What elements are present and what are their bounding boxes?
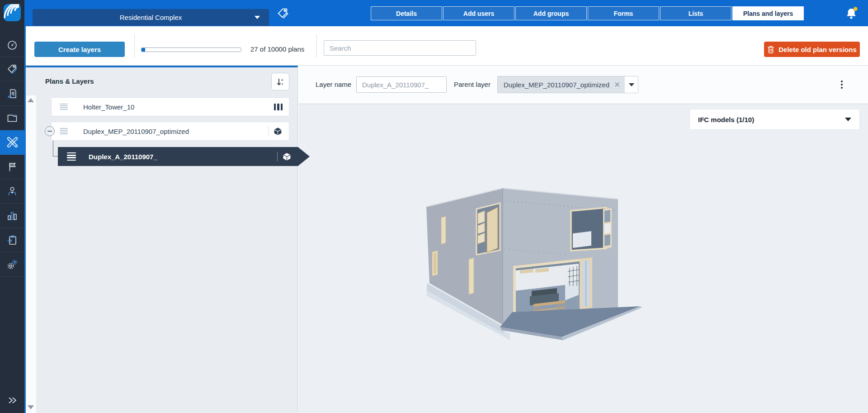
layer-name-label: Layer name: [316, 81, 351, 88]
tab-details[interactable]: Details: [371, 6, 442, 20]
create-layers-button[interactable]: Create layers: [34, 42, 125, 57]
panel-title: Plans & Layers: [45, 77, 94, 85]
notifications-button[interactable]: [844, 6, 859, 21]
notification-dot: [854, 7, 858, 11]
plans-toolbar: Create layers 27 of 10000 plans Delete o…: [24, 26, 868, 66]
tree-item-label: Holter_Tower_10: [83, 103, 134, 111]
parent-layer-select[interactable]: Duplex_MEP_20110907_optimized ✕: [497, 76, 638, 93]
divider: [277, 152, 278, 161]
tag-icon: [6, 63, 18, 75]
chevron-down-icon: [255, 16, 260, 19]
sidebar-collapse-toggle[interactable]: [0, 388, 24, 413]
ifc-models-dropdown[interactable]: IFC models (1/10): [689, 109, 860, 130]
parent-layer-value: Duplex_MEP_20110907_optimized: [504, 81, 609, 89]
sort-az-icon: a z: [275, 76, 285, 87]
plans-quota-progressbar: [141, 47, 241, 52]
project-tags-button[interactable]: [276, 7, 289, 20]
chevron-down-icon: [845, 118, 851, 121]
cube-icon[interactable]: [282, 152, 292, 161]
divider: [268, 126, 269, 136]
sidebar-spacer: [0, 277, 24, 388]
toolbar-divider: [134, 34, 135, 58]
tree-item-plan[interactable]: Holter_Tower_10: [51, 97, 289, 116]
document-stamp-icon: [6, 88, 18, 100]
tab-label: Forms: [614, 10, 633, 17]
project-tabs: Details Add users Add groups Forms Lists…: [371, 6, 804, 20]
tab-plans-and-layers[interactable]: Plans and layers: [732, 6, 804, 20]
gauge-icon: [6, 39, 18, 51]
sort-button[interactable]: a z: [271, 73, 289, 90]
toolbar-divider: [316, 34, 317, 58]
sidebar-item-dashboard[interactable]: [0, 33, 24, 57]
clipboard-arrow-icon: [6, 234, 18, 246]
delete-old-plan-versions-button[interactable]: Delete old plan versions: [764, 42, 860, 57]
collapse-node-button[interactable]: [45, 126, 55, 136]
project-select[interactable]: Residential Complex: [33, 9, 269, 26]
plans-count-label: 27 of 10000 plans: [250, 45, 304, 53]
ifc-3d-model-view[interactable]: [420, 181, 646, 344]
sidebar-item-tickets[interactable]: [0, 155, 24, 179]
flag-icon: [6, 161, 18, 173]
delete-button-label: Delete old plan versions: [778, 46, 857, 53]
remove-parent-icon[interactable]: ✕: [614, 81, 620, 89]
double-chevron-right-icon: [6, 395, 18, 406]
plans-layers-panel: Plans & Layers a z Holter_Tower_10 Duple…: [24, 66, 298, 413]
drag-handle-icon[interactable]: [67, 152, 76, 161]
bar-chart-icon: [6, 210, 18, 222]
sidebar-accent-border: [24, 26, 26, 413]
top-header: Residential Complex Details Add users Ad…: [24, 0, 868, 26]
tree-item-label: Duplex_MEP_20110907_optimized: [83, 128, 189, 135]
scroll-down-arrow-icon[interactable]: [28, 405, 34, 409]
sidebar-item-approvals[interactable]: [0, 81, 24, 106]
tab-lists[interactable]: Lists: [660, 6, 731, 20]
plans-quota-progress-fill: [142, 48, 145, 52]
drag-handle-icon[interactable]: [60, 128, 68, 135]
svg-text:z: z: [282, 82, 283, 86]
sidebar-item-documents[interactable]: [0, 106, 24, 130]
model-viewer: IFC models (1/10): [298, 104, 868, 413]
tab-label: Add groups: [533, 10, 569, 17]
tree-scrollbar[interactable]: [26, 95, 36, 413]
svg-text:a: a: [281, 77, 283, 81]
drag-handle-icon[interactable]: [60, 104, 68, 110]
person-icon: [6, 185, 18, 197]
tab-label: Plans and layers: [743, 10, 793, 17]
project-select-label: Residential Complex: [120, 14, 182, 21]
layer-options-menu-button[interactable]: [837, 77, 846, 92]
sidebar-item-plans[interactable]: [0, 130, 24, 155]
sidebar-item-settings[interactable]: [0, 252, 24, 277]
cube-icon[interactable]: [273, 127, 283, 136]
layer-form-row: Layer name Parent layer Duplex_MEP_20110…: [298, 66, 868, 104]
duplex-3d-render: [420, 181, 646, 344]
sidebar-item-users[interactable]: [0, 179, 24, 204]
app-logo[interactable]: [0, 0, 24, 33]
tree-connector-line: [53, 141, 58, 157]
tab-label: Add users: [463, 10, 494, 17]
layer-name-input[interactable]: [356, 76, 447, 93]
trash-icon: [767, 45, 774, 53]
columns-icon[interactable]: [274, 104, 283, 110]
parent-layer-caret[interactable]: [625, 76, 638, 93]
scroll-up-arrow-icon[interactable]: [28, 98, 34, 102]
sidebar-item-statistics[interactable]: [0, 204, 24, 228]
gears-icon: [6, 258, 19, 271]
tree-item-layer-selected[interactable]: Duplex_A_20110907_: [58, 147, 310, 166]
folder-icon: [6, 112, 18, 124]
parent-layer-chip: Duplex_MEP_20110907_optimized ✕: [498, 76, 625, 93]
ifc-models-label: IFC models (1/10): [698, 116, 754, 123]
left-nav-rail: [0, 0, 24, 413]
search-input[interactable]: [324, 40, 476, 56]
tab-add-users[interactable]: Add users: [443, 6, 514, 20]
tag-icon: [276, 7, 289, 20]
tab-add-groups[interactable]: Add groups: [515, 6, 587, 20]
tree-item-plan[interactable]: Duplex_MEP_20110907_optimized: [51, 122, 289, 141]
tab-forms[interactable]: Forms: [588, 6, 659, 20]
ruler-pencil-icon: [6, 136, 19, 148]
sidebar-item-handover[interactable]: [0, 228, 24, 252]
sidebar-item-tags[interactable]: [0, 57, 24, 81]
tab-label: Details: [396, 10, 417, 17]
bell-icon: [844, 6, 859, 21]
layer-detail-area: Layer name Parent layer Duplex_MEP_20110…: [298, 66, 868, 413]
parent-layer-label: Parent layer: [454, 81, 491, 88]
chevron-down-icon: [629, 83, 634, 86]
